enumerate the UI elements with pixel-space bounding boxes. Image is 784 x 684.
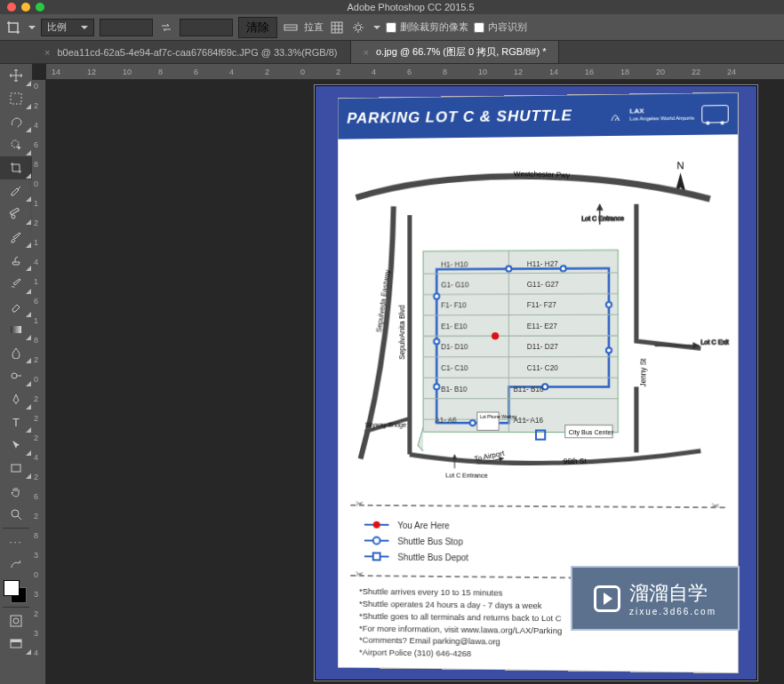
svg-point-16: [13, 618, 19, 624]
blur-tool[interactable]: [0, 341, 32, 364]
svg-text:B1- B10: B1- B10: [441, 385, 468, 393]
close-window-icon[interactable]: [7, 3, 16, 12]
healing-brush-tool[interactable]: [0, 203, 32, 226]
svg-text:96th St: 96th St: [564, 457, 588, 465]
svg-rect-12: [12, 465, 20, 472]
zoom-window-icon[interactable]: [36, 3, 44, 12]
svg-text:G11- G27: G11- G27: [527, 281, 559, 289]
vertical-ruler[interactable]: 024680121416182022242628303234: [32, 80, 46, 684]
tool-preset-dropdown-icon[interactable]: [28, 26, 36, 29]
svg-point-49: [470, 420, 476, 426]
quick-select-tool[interactable]: [0, 133, 32, 156]
dodge-tool[interactable]: [0, 364, 32, 387]
sign-title: PARKING LOT C & SHUTTLE: [347, 107, 572, 127]
crop-height-input[interactable]: [180, 19, 233, 36]
edit-toolbar-icon[interactable]: ···: [0, 530, 32, 553]
svg-text:Jenny St: Jenny St: [639, 358, 647, 387]
zoom-tool[interactable]: [0, 503, 32, 526]
path-select-tool[interactable]: [0, 433, 32, 457]
document-tab-bar: × b0ea11cd-62a5-4e94-af7c-caa67684f69c.J…: [0, 41, 784, 64]
type-tool[interactable]: T: [0, 410, 32, 433]
delete-cropped-checkbox[interactable]: 删除裁剪的像素: [386, 20, 468, 34]
svg-text:F11- F27: F11- F27: [527, 301, 557, 309]
settings-gear-icon[interactable]: [350, 20, 366, 36]
delete-cropped-label: 删除裁剪的像素: [400, 20, 468, 34]
svg-text:Lot C Entrance: Lot C Entrance: [581, 215, 624, 222]
active-tool-icon[interactable]: [5, 20, 21, 36]
close-tab-icon[interactable]: ×: [364, 47, 369, 58]
map-area: N Westchester Pwy Sepulveda Eastway Sepu…: [338, 134, 737, 501]
tab-label: o.jpg @ 66.7% (图层 0 拷贝, RGB/8#) *: [376, 45, 547, 59]
legend-stop: Shuttle Bus Stop: [397, 537, 463, 547]
svg-point-42: [434, 338, 439, 344]
lax-sub: Los Angeles World Airports: [629, 115, 694, 122]
swap-colors-icon[interactable]: [0, 553, 32, 577]
app-title: Adobe Photoshop CC 2015.5: [44, 2, 777, 12]
straighten-label: 拉直: [304, 20, 324, 34]
svg-text:E11- E27: E11- E27: [527, 322, 558, 330]
svg-point-47: [606, 347, 612, 353]
watermark-overlay: 溜溜自学zixue.3d66.com: [571, 566, 740, 631]
brush-tool[interactable]: [0, 226, 32, 249]
eraser-tool[interactable]: [0, 295, 32, 318]
gradient-tool[interactable]: [0, 318, 32, 341]
lasso-tool[interactable]: [0, 110, 32, 133]
close-tab-icon[interactable]: ×: [44, 47, 50, 58]
swap-dimensions-icon[interactable]: [158, 20, 174, 36]
svg-point-13: [12, 510, 19, 517]
hand-tool[interactable]: [0, 480, 32, 503]
minimize-window-icon[interactable]: [21, 3, 30, 12]
pen-tool[interactable]: [0, 387, 32, 410]
svg-text:T: T: [12, 416, 20, 428]
horizontal-ruler[interactable]: 1412108642024681012141618202224: [46, 64, 784, 80]
document-tab[interactable]: × o.jpg @ 66.7% (图层 0 拷贝, RGB/8#) *: [351, 41, 560, 63]
tool-box: T ···: [0, 64, 32, 656]
marquee-tool[interactable]: [0, 87, 32, 110]
svg-text:Lot Phone Waiting: Lot Phone Waiting: [480, 414, 517, 419]
foreground-color-swatch[interactable]: [4, 580, 20, 596]
lax-brand: LAX: [629, 107, 644, 115]
svg-text:D1- D10: D1- D10: [441, 344, 468, 352]
straighten-icon[interactable]: [283, 20, 299, 36]
svg-text:A1- A6: A1- A6: [435, 417, 457, 425]
content-aware-checkbox[interactable]: 内容识别: [474, 20, 527, 34]
clone-stamp-tool[interactable]: [0, 249, 32, 272]
svg-rect-6: [10, 208, 19, 215]
svg-text:C1- C10: C1- C10: [441, 364, 468, 372]
crop-mode-select[interactable]: 比例: [41, 19, 94, 36]
document-tab[interactable]: × b0ea11cd-62a5-4e94-af7c-caa67684f69c.J…: [32, 41, 351, 63]
svg-text:City Bus Center: City Bus Center: [569, 429, 614, 436]
overlay-grid-icon[interactable]: [329, 20, 345, 36]
lax-logo: LAXLos Angeles World Airports: [610, 107, 694, 123]
svg-rect-81: [373, 553, 380, 561]
svg-rect-2: [332, 22, 342, 33]
clear-button[interactable]: 清除: [238, 17, 277, 38]
crop-mode-label: 比例: [47, 20, 67, 34]
svg-rect-8: [11, 326, 21, 333]
quick-mask-icon[interactable]: [0, 609, 32, 632]
crop-tool[interactable]: [0, 156, 32, 179]
foreground-background-colors[interactable]: [0, 577, 32, 605]
settings-dropdown-icon[interactable]: [373, 26, 380, 29]
screen-mode-icon[interactable]: [0, 632, 32, 656]
play-icon: [594, 585, 620, 612]
svg-rect-15: [11, 616, 21, 626]
svg-text:G1- G10: G1- G10: [441, 281, 469, 289]
history-brush-tool[interactable]: [0, 272, 32, 295]
eyedropper-tool[interactable]: [0, 179, 32, 203]
shape-tool[interactable]: [0, 457, 32, 480]
svg-rect-31: [423, 250, 618, 432]
move-tool[interactable]: [0, 64, 32, 87]
svg-text:C11- C20: C11- C20: [527, 364, 558, 372]
title-bar: Adobe Photoshop CC 2015.5: [0, 0, 784, 14]
svg-text:N: N: [676, 160, 684, 171]
svg-text:Lot C Entrance: Lot C Entrance: [445, 472, 487, 479]
svg-point-79: [373, 537, 380, 545]
window-controls[interactable]: [7, 3, 44, 12]
crop-width-input[interactable]: [100, 19, 153, 36]
svg-text:Lot C Exit: Lot C Exit: [700, 339, 729, 346]
legend: You Are Here Shuttle Bus Stop Shuttle Bu…: [338, 512, 737, 574]
sign-header: PARKING LOT C & SHUTTLE LAXLos Angeles W…: [338, 93, 737, 139]
bus-icon: [701, 105, 728, 123]
svg-text:A11- A16: A11- A16: [513, 417, 543, 425]
